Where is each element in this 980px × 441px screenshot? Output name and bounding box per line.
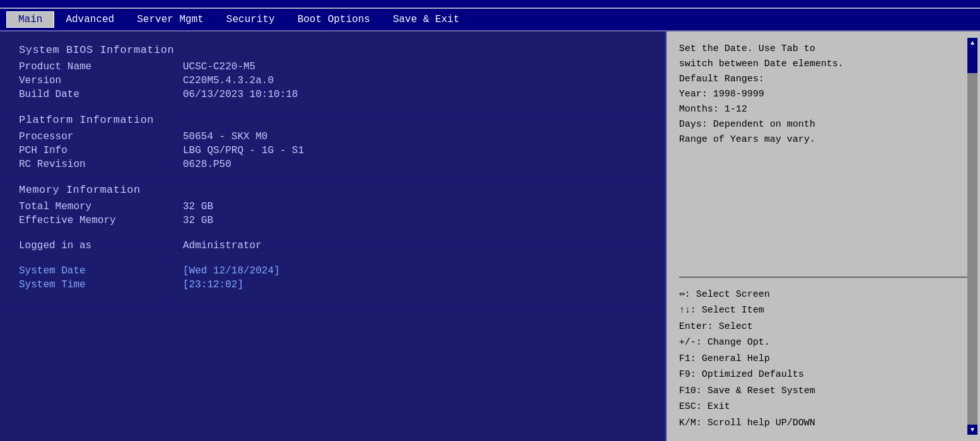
info-value: 06/13/2023 10:10:18: [183, 89, 298, 100]
shortcut-line: ⇔: Select Screen: [679, 287, 967, 303]
scrollbar-thumb[interactable]: [967, 48, 977, 73]
help-line: switch between Date elements.: [679, 57, 967, 72]
shortcuts-text: ⇔: Select Screen↑↓: Select ItemEnter: Se…: [679, 287, 967, 432]
shortcut-line: +/-: Change Opt.: [679, 335, 967, 351]
help-line: Range of Years may vary.: [679, 132, 967, 147]
scroll-up-arrow[interactable]: ▲: [967, 38, 977, 48]
shortcut-line: Enter: Select: [679, 319, 967, 335]
info-row: Effective Memory32 GB: [19, 215, 646, 226]
section-title: System BIOS Information: [19, 44, 646, 56]
info-label: Effective Memory: [19, 215, 183, 226]
help-line: Days: Dependent on month: [679, 117, 967, 132]
system-date-section: System Date[Wed 12/18/2024]System Time[2…: [19, 265, 646, 290]
info-value: C220M5.4.3.2a.0: [183, 75, 274, 86]
info-label: RC Revision: [19, 159, 183, 170]
system-time-value: [23:12:02]: [183, 279, 243, 290]
shortcut-line: F1: General Help: [679, 351, 967, 367]
shortcut-line: K/M: Scroll help UP/DOWN: [679, 415, 967, 432]
scrollbar[interactable]: ▲ ▼: [967, 38, 977, 435]
main-content: System BIOS InformationProduct NameUCSC-…: [0, 32, 980, 441]
menu-item-boot-options[interactable]: Boot Options: [286, 12, 382, 27]
system-time-label: System Time: [19, 279, 183, 290]
shortcut-line: F10: Save & Reset System: [679, 383, 967, 399]
info-row: RC Revision0628.P50: [19, 159, 646, 170]
info-value: UCSC-C220-M5: [183, 61, 255, 72]
info-section: Memory InformationTotal Memory32 GBEffec…: [19, 184, 646, 226]
help-line: Default Ranges:: [679, 72, 967, 87]
info-label: Processor: [19, 131, 183, 142]
right-panel: Set the Date. Use Tab toswitch between D…: [667, 32, 980, 441]
info-value: 0628.P50: [183, 159, 231, 170]
help-divider: [679, 277, 967, 278]
menu-item-security[interactable]: Security: [215, 12, 286, 27]
help-line: Year: 1998-9999: [679, 87, 967, 102]
info-label: Total Memory: [19, 201, 183, 212]
info-label: Product Name: [19, 61, 183, 72]
system-time-row[interactable]: System Time[23:12:02]: [19, 279, 646, 290]
info-value: 32 GB: [183, 201, 213, 212]
menu-item-server-mgmt[interactable]: Server Mgmt: [125, 12, 215, 27]
info-label: Logged in as: [19, 240, 183, 251]
scrollbar-track: [967, 48, 977, 425]
help-text: Set the Date. Use Tab toswitch between D…: [679, 42, 967, 268]
info-row: VersionC220M5.4.3.2a.0: [19, 75, 646, 86]
info-label: Build Date: [19, 89, 183, 100]
menu-item-main[interactable]: Main: [6, 11, 54, 28]
info-value: Administrator: [183, 240, 262, 251]
menu-item-advanced[interactable]: Advanced: [54, 12, 125, 27]
help-line: Months: 1-12: [679, 102, 967, 117]
system-date-value: [Wed 12/18/2024]: [183, 265, 280, 277]
left-panel: System BIOS InformationProduct NameUCSC-…: [0, 32, 667, 441]
info-row: Logged in asAdministrator: [19, 240, 646, 251]
info-row: Product NameUCSC-C220-M5: [19, 61, 646, 72]
info-value: 50654 - SKX M0: [183, 131, 267, 142]
help-line: Set the Date. Use Tab to: [679, 42, 967, 57]
title-bar: [0, 0, 980, 9]
info-label: PCH Info: [19, 145, 183, 156]
info-row: Build Date06/13/2023 10:10:18: [19, 89, 646, 100]
menu-item-save-and-exit[interactable]: Save & Exit: [382, 12, 471, 27]
system-date-label: System Date: [19, 265, 183, 277]
info-label: Version: [19, 75, 183, 86]
shortcut-line: ESC: Exit: [679, 399, 967, 415]
menu-bar: MainAdvancedServer MgmtSecurityBoot Opti…: [0, 9, 980, 32]
shortcut-line: F9: Optimized Defaults: [679, 367, 967, 383]
info-value: LBG QS/PRQ - 1G - S1: [183, 145, 304, 156]
info-row: PCH InfoLBG QS/PRQ - 1G - S1: [19, 145, 646, 156]
info-section: Platform InformationProcessor50654 - SKX…: [19, 114, 646, 170]
scroll-down-arrow[interactable]: ▼: [967, 425, 977, 435]
info-section: Logged in asAdministrator: [19, 240, 646, 251]
info-row: Processor50654 - SKX M0: [19, 131, 646, 142]
bios-screen: MainAdvancedServer MgmtSecurityBoot Opti…: [0, 0, 980, 441]
info-value: 32 GB: [183, 215, 213, 226]
section-title: Platform Information: [19, 114, 646, 126]
section-title: Memory Information: [19, 184, 646, 196]
info-section: System BIOS InformationProduct NameUCSC-…: [19, 44, 646, 100]
info-row: Total Memory32 GB: [19, 201, 646, 212]
shortcut-line: ↑↓: Select Item: [679, 302, 967, 319]
system-date-row[interactable]: System Date[Wed 12/18/2024]: [19, 265, 646, 277]
